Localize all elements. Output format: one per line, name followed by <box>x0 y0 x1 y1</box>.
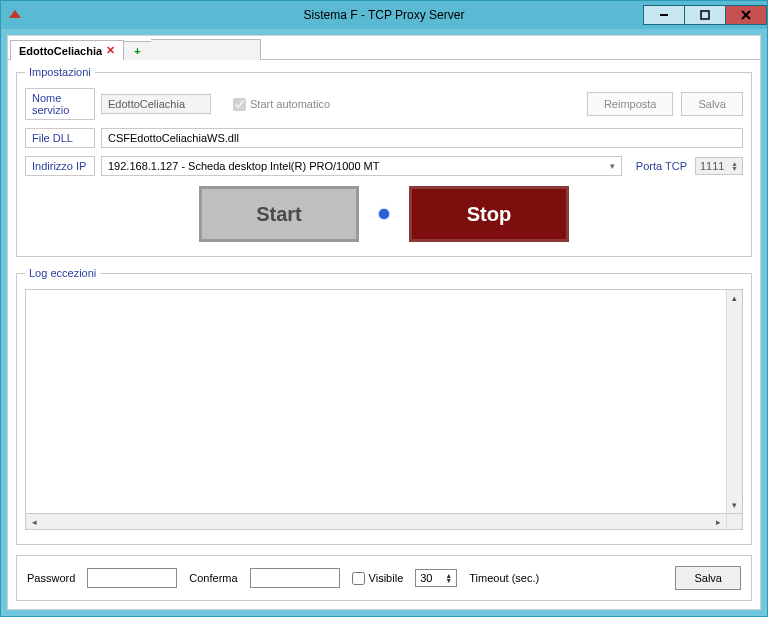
scroll-up-icon[interactable]: ▴ <box>727 290 742 306</box>
maximize-button[interactable] <box>684 5 726 25</box>
tab-content: Impostazioni Nome servizio EdottoCeliach… <box>8 60 760 609</box>
tab-label: EdottoCeliachia <box>19 45 102 57</box>
start-button[interactable]: Start <box>199 186 359 242</box>
save-footer-button[interactable]: Salva <box>675 566 741 590</box>
minimize-button[interactable] <box>643 5 685 25</box>
service-name-label: Nome servizio <box>25 88 95 120</box>
reset-button: Reimposta <box>587 92 674 116</box>
save-settings-button: Salva <box>681 92 743 116</box>
log-content <box>26 290 726 513</box>
spinner-arrows-icon: ▲▼ <box>445 573 452 583</box>
stop-button[interactable]: Stop <box>409 186 569 242</box>
timeout-value: 30 <box>420 572 432 584</box>
timeout-label: Timeout (sec.) <box>469 572 539 584</box>
file-dll-field[interactable]: CSFEdottoCeliachiaWS.dll <box>101 128 743 148</box>
tcp-port-spinner[interactable]: 1111 ▲▼ <box>695 157 743 175</box>
log-textarea[interactable]: ▴ ▾ <box>25 289 743 514</box>
tcp-port-label: Porta TCP <box>628 160 689 172</box>
plus-icon: + <box>134 45 140 57</box>
ip-address-dropdown[interactable]: 192.168.1.127 - Scheda desktop Intel(R) … <box>101 156 622 176</box>
window-controls <box>644 5 767 25</box>
scroll-down-icon[interactable]: ▾ <box>727 497 742 513</box>
scroll-left-icon[interactable]: ◂ <box>26 514 42 529</box>
vertical-scrollbar[interactable]: ▴ ▾ <box>726 290 742 513</box>
visible-input[interactable] <box>352 572 365 585</box>
app-window: Sistema F - TCP Proxy Server EdottoCelia… <box>0 0 768 617</box>
add-tab-button[interactable]: + <box>123 41 151 60</box>
tabstrip: EdottoCeliachia ✕ + <box>8 36 760 60</box>
service-name-field: EdottoCeliachia <box>101 94 211 114</box>
close-button[interactable] <box>725 5 767 25</box>
password-label: Password <box>27 572 75 584</box>
visible-checkbox[interactable]: Visibile <box>352 572 404 585</box>
visible-label: Visibile <box>369 572 404 584</box>
autostart-input <box>233 98 246 111</box>
footer-bar: Password Conferma Visibile 30 ▲▼ Timeout… <box>16 555 752 601</box>
log-group: Log eccezioni ▴ ▾ ◂ ▸ <box>16 267 752 545</box>
autostart-label: Start automatico <box>250 98 330 110</box>
autostart-checkbox: Start automatico <box>233 98 330 111</box>
titlebar: Sistema F - TCP Proxy Server <box>1 1 767 29</box>
client-area: EdottoCeliachia ✕ + Impostazioni Nome se… <box>7 35 761 610</box>
ip-address-label: Indirizzo IP <box>25 156 95 176</box>
status-indicator-icon <box>379 209 389 219</box>
settings-group: Impostazioni Nome servizio EdottoCeliach… <box>16 66 752 257</box>
spinner-arrows-icon: ▲▼ <box>731 161 738 171</box>
svg-rect-1 <box>701 11 709 19</box>
log-legend: Log eccezioni <box>25 267 100 279</box>
confirm-label: Conferma <box>189 572 237 584</box>
close-tab-icon[interactable]: ✕ <box>106 44 115 57</box>
settings-legend: Impostazioni <box>25 66 95 78</box>
app-icon <box>7 7 23 23</box>
tab-spacer <box>151 39 261 60</box>
password-field[interactable] <box>87 568 177 588</box>
timeout-spinner[interactable]: 30 ▲▼ <box>415 569 457 587</box>
ip-address-value: 192.168.1.127 - Scheda desktop Intel(R) … <box>108 160 380 172</box>
confirm-password-field[interactable] <box>250 568 340 588</box>
tab-edottoceliachia[interactable]: EdottoCeliachia ✕ <box>10 40 124 60</box>
file-dll-label: File DLL <box>25 128 95 148</box>
tcp-port-value: 1111 <box>700 160 724 172</box>
chevron-down-icon: ▾ <box>610 161 615 171</box>
horizontal-scrollbar[interactable]: ◂ ▸ <box>25 514 743 530</box>
scroll-right-icon[interactable]: ▸ <box>710 514 726 529</box>
